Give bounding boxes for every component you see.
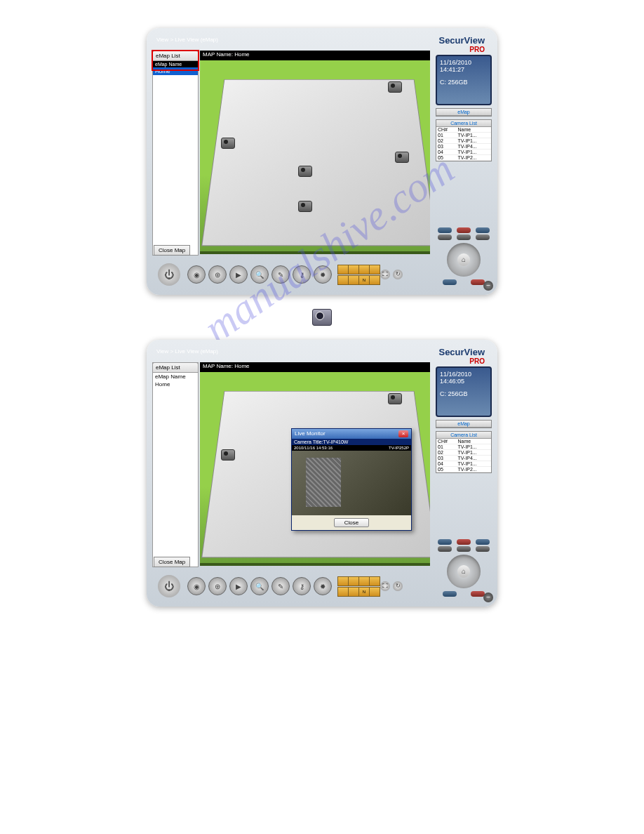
sidebar: eMap List eMap Name Home [152,362,199,567]
minimize-icon[interactable]: – [483,593,493,602]
map-name-label: MAP Name: Home [200,51,430,60]
search-button[interactable]: 🔍 [250,265,269,284]
emap-list-tab[interactable]: eMap List [152,51,199,61]
camera-marker[interactable] [395,152,409,163]
camera-icon [312,309,332,326]
patrol-button[interactable] [443,591,457,597]
ptz-joystick[interactable] [447,555,481,588]
schedule-button[interactable]: ⊕ [208,265,227,284]
lcd-display: 11/16/2010 14:41:27 C: 256GB [436,55,492,105]
camera-row[interactable]: 02TV-IP1... [436,138,491,144]
forward-button[interactable] [476,546,490,552]
cycle-button[interactable]: ↻ [393,270,403,279]
camera-marker[interactable] [221,138,235,149]
layout-grid[interactable]: N [337,576,379,597]
camera-list-panel: Camera List CH#Name 01TV-IP1... 02TV-IP1… [436,119,492,161]
camera-row[interactable]: 01TV-IP1... [436,444,491,450]
lcd-date: 11/16/2010 [440,371,488,378]
lcd-date: 11/16/2010 [440,59,488,66]
sidebar: eMap List eMap Name Home [152,51,199,256]
brand-logo: SecurViewPRO [438,347,485,365]
camera-row[interactable]: 03TV-IP4... [436,456,491,461]
map-viewport[interactable]: Live Monitor× Camera Title:TV-IP410W 201… [200,372,430,566]
set-button[interactable] [438,227,452,233]
power-button[interactable]: ⏻ [158,575,180,597]
fullscreen-button[interactable]: ⛶ [380,581,390,591]
ptz-controls [436,538,492,600]
stop-button[interactable] [471,591,485,597]
right-panel: 11/16/2010 14:46:05 C: 256GB eMap Camera… [436,366,492,600]
securview-window-2: View > Live View (eMap) SecurViewPRO eMa… [147,340,497,607]
emap-panel: eMap [436,108,492,117]
securview-window-1: View > Live View (eMap) SecurViewPRO eMa… [147,28,497,295]
settings-button[interactable]: ✹ [314,577,332,595]
camera-row[interactable]: 04TV-IP1... [436,150,491,155]
record-button[interactable]: ◉ [187,265,206,284]
live-video [292,451,411,515]
pause-button[interactable] [457,546,471,552]
close-map-button[interactable]: Close Map [154,557,190,567]
lock-button[interactable]: ⚷ [293,265,311,284]
set-button[interactable] [438,539,452,545]
breadcrumb: View > Live View (eMap) [156,348,218,355]
rewind-button[interactable] [438,546,452,552]
vol-button[interactable] [476,539,490,545]
layout-grid[interactable]: N [337,265,379,285]
popup-close-button[interactable]: Close [334,518,369,527]
camera-row[interactable]: 03TV-IP4... [436,144,491,150]
map-name-label: MAP Name: Home [200,362,430,372]
lock-button[interactable]: ⚷ [293,577,311,595]
camera-row[interactable]: 05TV-IP2... [436,155,491,161]
camera-marker[interactable] [298,166,312,177]
edit-button[interactable]: ✎ [271,577,290,595]
settings-button[interactable]: ✹ [314,265,332,284]
forward-button[interactable] [476,234,490,240]
camera-title-label: Camera Title:TV-IP410W [292,439,411,445]
brand-logo: SecurViewPRO [438,35,485,53]
camera-row[interactable]: 02TV-IP1... [436,450,491,456]
emap-list-tab[interactable]: eMap List [152,362,199,373]
camera-marker[interactable] [388,393,402,404]
popup-titlebar[interactable]: Live Monitor× [292,429,411,439]
stop-button[interactable] [471,279,485,285]
play-button[interactable]: ▶ [229,265,248,284]
lcd-storage: C: 256GB [440,79,488,86]
camera-marker[interactable] [221,449,235,461]
camera-row[interactable]: 04TV-IP1... [436,461,491,467]
camera-list-panel: Camera List CH#Name 01TV-IP1... 02TV-IP1… [436,431,492,473]
close-icon[interactable]: × [398,430,408,437]
right-panel: 11/16/2010 14:41:27 C: 256GB eMap Camera… [436,55,492,288]
patrol-button[interactable] [443,279,457,285]
schedule-button[interactable]: ⊕ [208,577,227,595]
lcd-time: 14:46:05 [440,378,488,385]
delete-button[interactable] [457,539,471,545]
close-map-button[interactable]: Close Map [154,245,190,256]
search-button[interactable]: 🔍 [250,577,269,595]
bottom-toolbar: ⏻ ◉ ⊕ ▶ 🔍 ✎ ⚷ ✹ N ⛶ ↻ [152,260,430,289]
delete-button[interactable] [457,227,471,233]
play-button[interactable]: ▶ [229,577,248,595]
breadcrumb: View > Live View (eMap) [156,37,218,43]
minimize-icon[interactable]: – [483,281,493,291]
vol-button[interactable] [476,227,490,233]
pause-button[interactable] [457,234,471,240]
camera-marker[interactable] [298,201,312,212]
record-button[interactable]: ◉ [187,577,206,595]
sidebar-item-home[interactable]: Home [153,67,198,75]
edit-button[interactable]: ✎ [271,265,290,284]
ptz-controls [436,226,492,288]
cycle-button[interactable]: ↻ [393,581,403,591]
sidebar-item-home[interactable]: Home [153,380,198,388]
rewind-button[interactable] [438,234,452,240]
ptz-joystick[interactable] [447,243,481,277]
sidebar-header: eMap Name [153,373,198,380]
camera-row[interactable]: 01TV-IP1... [436,133,491,138]
map-viewport[interactable] [200,60,430,254]
lcd-storage: C: 256GB [440,390,488,397]
camera-marker[interactable] [388,81,402,93]
power-button[interactable]: ⏻ [158,263,180,286]
fullscreen-button[interactable]: ⛶ [380,270,390,279]
lcd-time: 14:41:27 [440,66,488,73]
lcd-display: 11/16/2010 14:46:05 C: 256GB [436,366,492,417]
camera-row[interactable]: 05TV-IP2... [436,467,491,472]
